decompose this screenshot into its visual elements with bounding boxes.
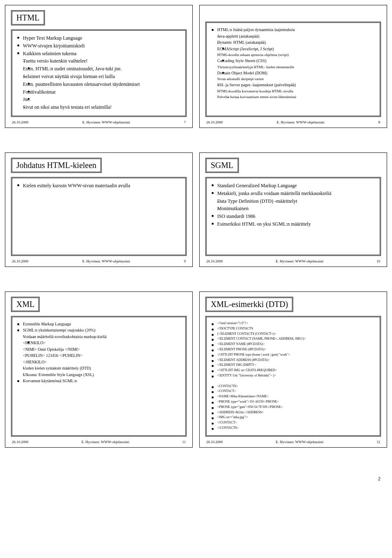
slide-footer: 26.10.2000 E. Hyvönen: WWW-ohjelmointi 1… [205, 439, 381, 445]
list-item: <CONTACTS> [212, 384, 375, 389]
list-item: Standard Generalized Markup Language [212, 182, 375, 189]
slide-12: XML-esimerkki (DTD) <?xml version="1.0"?… [199, 291, 387, 448]
slide-9: Johdatus HTML-kieleen Kielen esittely ku… [5, 152, 193, 267]
footer-slide-num: 12 [376, 440, 380, 444]
slide-row: HTML Hyper Text Markup LanguageWWW-sivuj… [5, 5, 387, 128]
list-item: SSI- ja Server pages -laajennukset (palv… [212, 82, 375, 88]
list-item: <!ATTLIST IMG src CDATA #REQUIRED> [212, 368, 375, 373]
slide-footer: 26.10.2000 E. Hyvönen: WWW-ohjelmointi 8 [205, 119, 381, 125]
slide-content: Kielen esittely kurssin WWW-sivun materi… [11, 177, 187, 256]
list-item: HTML:n lisänä paljon dynaamisia laajennu… [212, 27, 375, 33]
footer-slide-num: 7 [184, 120, 186, 124]
list-item: Korvannut käytännössä SGML:n [17, 378, 180, 384]
list-item: WWW-sivujen kirjoittamiskieli [17, 43, 180, 49]
list-item: <!ELEMENT IMG EMPTY> [212, 363, 375, 368]
list-item: <!ATTLIST PHONE type (home | work | gsm)… [212, 353, 375, 357]
slide-footer: 26.10.2000 E. Hyvönen: WWW-ohjelmointi 7 [11, 119, 187, 125]
footer-author: E. Hyvönen: WWW-ohjelmointi [82, 259, 130, 263]
list-item: Kielen esittely kurssin WWW-sivun materi… [17, 182, 180, 189]
footer-date: 26.10.2000 [12, 120, 29, 124]
slide-title: SGML [205, 158, 239, 173]
slide-title: HTML [11, 10, 45, 25]
list-item: HTML-koodin sekaan ajettavia ohjelmia (s… [212, 52, 375, 57]
list-item: Metakieli, jonka avulla voidaan määritel… [212, 190, 375, 197]
list-item: [<!ELEMENT CONTACTS (CONTACT+)> [212, 332, 375, 336]
slide-row: Johdatus HTML-kieleen Kielen esittely ku… [5, 152, 387, 267]
list-item: Palvelin hoitaa korvaamisen ennen sivun … [212, 94, 375, 99]
list-item: Esimerkiksi HTML on yksi SGML:n määritte… [212, 221, 375, 228]
slide-content: <?xml version="1.0"?><!DOCTYPE CONTACTS[… [205, 316, 381, 437]
list-item: ECMAScript (JavaScript, J Script) [212, 46, 375, 52]
list-item: <PHONE type="gsm">050-54 78 595</PHONE> [212, 405, 375, 410]
list-item: Voidaan määritellä sovelluskohtaisia mar… [17, 334, 180, 340]
footer-date: 26.10.2000 [12, 259, 29, 263]
list-item: <?xml version="1.0"?> [212, 321, 375, 326]
list-item: <PUHELIN> 123456 </PUHELIN> [17, 353, 180, 359]
list-item: <PHONE type="work">191 44159</PHONE> [212, 400, 375, 404]
slide-content: Hyper Text Markup LanguageWWW-sivujen ki… [11, 29, 187, 117]
list-item: Data Type Definition (DTD) -määrittelyt [212, 198, 375, 205]
slide-title: Johdatus HTML-kieleen [11, 158, 102, 173]
slide-8: HTML:n lisänä paljon dynaamisia laajennu… [199, 5, 387, 128]
list-item: Yleisiä tyylimäärittelyjä HTML- kielen e… [212, 65, 375, 69]
list-item: Dynamic HTML (asiakaspää) [212, 40, 375, 45]
list-item: Monimutkainen [212, 205, 375, 212]
list-item: ISO standardi 1986 [212, 213, 375, 220]
list-item: Uuden kielen syntaksin määrittely (DTD) [17, 365, 180, 371]
list-item: </HENKILO> [17, 359, 180, 365]
footer-author: E. Hyvönen: WWW-ohjelmointi [81, 440, 129, 444]
list-item: <!ELEMENT ADDRESS (#PCDATA)> [212, 358, 375, 363]
list-item: Esim. puutteellisten kuvausten oletusarv… [17, 81, 180, 88]
list-item: Extensible Markup Language [17, 321, 180, 327]
footer-date: 26.10.2000 [206, 120, 223, 124]
slide-11: XML Extensible Markup LanguageSGML:n yks… [5, 291, 193, 448]
footer-slide-num: 10 [376, 259, 380, 263]
list-item: SGML:n yksinkertaisempi osajoukko (20%) [17, 327, 180, 333]
list-item: <!ENTITY Uni "University of Helsinki"> ]… [212, 374, 375, 378]
slide-content: Standard Generalized Markup LanguageMeta… [205, 177, 381, 256]
slide-row: XML Extensible Markup LanguageSGML:n yks… [5, 291, 387, 448]
list-item: </CONTACT> [212, 421, 375, 425]
list-item: Selaimet voivat näyttää sivuja hieman er… [17, 73, 180, 80]
slide-title: XML [11, 297, 40, 312]
page-number: 2 [5, 472, 387, 484]
handout-page: HTML Hyper Text Markup LanguageWWW-sivuj… [5, 5, 387, 484]
slide-footer: 26.10.2000 E. Hyvönen: WWW-ohjelmointi 1… [11, 439, 187, 445]
footer-slide-num: 8 [379, 120, 381, 124]
slide-title: XML-esimerkki (DTD) [205, 297, 293, 312]
list-item: Cascading Style Sheets (CSS) [212, 58, 375, 64]
list-item: Tuettu versio kutenkin vaihtelee! [17, 58, 180, 65]
slide-footer: 26.10.2000 E. Hyvönen: WWW-ohjelmointi 9 [11, 258, 187, 264]
list-item: HTML-koodilla korvattavia koodeja HTML-s… [212, 89, 375, 94]
list-item: Ulkoasu: Extensible Style Language (XSL) [17, 372, 180, 378]
footer-date: 26.10.2000 [206, 440, 223, 444]
list-item: <HENKILO> [17, 340, 180, 346]
list-item: Java-appletit (asiakaspää) [212, 34, 375, 39]
list-item: Sivun oliomalli skriptejä varten [212, 76, 375, 81]
list-item: <NIMI> Onni Opiskelija </NIMI> [17, 347, 180, 352]
footer-author: E. Hyvönen: WWW-ohjelmointi [82, 120, 130, 124]
list-item: Jne. [17, 96, 180, 103]
list-item: Domain Object Model (DOM) [212, 70, 375, 76]
list-item: <!DOCTYPE CONTACTS [212, 327, 375, 331]
list-item: Fonttivalikoimat [17, 89, 180, 96]
slide-10: SGML Standard Generalized Markup Languag… [199, 152, 387, 267]
list-item: Sivut on siksi aina hyvä testata eri sel… [17, 104, 180, 111]
footer-author: E. Hyvönen: WWW-ohjelmointi [276, 440, 323, 444]
slide-footer: 26.10.2000 E. Hyvönen: WWW-ohjelmointi 1… [205, 258, 381, 264]
slide-content: Extensible Markup LanguageSGML:n yksinke… [11, 316, 187, 437]
footer-date: 26.10.2000 [206, 259, 223, 263]
list-item: <IMG src="mka.jpg"/> [212, 415, 375, 420]
slide-content: HTML:n lisänä paljon dynaamisia laajennu… [205, 22, 381, 117]
list-item: <CONTACT> [212, 389, 375, 394]
list-item: <!ELEMENT NAME (#PCDATA)> [212, 342, 375, 347]
footer-slide-num: 9 [184, 259, 186, 263]
list-item: Kaikkien selaimien tukema [17, 50, 180, 57]
list-item: <NAME>Mika Klemettinen</NAME> [212, 394, 375, 399]
list-item [212, 379, 375, 383]
list-item: <ADDRESS>&Uni;</ADDRESS> [212, 410, 375, 415]
footer-date: 26.10.2000 [12, 440, 29, 444]
footer-author: E. Hyvönen: WWW-ohjelmointi [276, 259, 323, 263]
list-item: Hyper Text Markup Language [17, 35, 180, 42]
list-item: Esim. HTML:n uudet ominaisuudet, Java-tu… [17, 65, 180, 72]
